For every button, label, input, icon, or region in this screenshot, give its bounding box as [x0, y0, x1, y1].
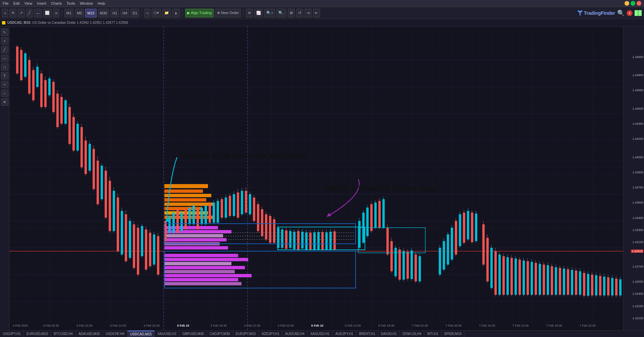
- text-tool[interactable]: T: [1, 72, 8, 79]
- menu-insert[interactable]: Insert: [37, 1, 46, 5]
- menu-help[interactable]: Help: [98, 1, 105, 5]
- line-button[interactable]: ╱: [26, 9, 33, 17]
- menu-file[interactable]: File: [3, 1, 9, 5]
- svg-text:5 Feb 22:30: 5 Feb 22:30: [244, 324, 260, 327]
- tf-m5[interactable]: M5: [75, 9, 84, 17]
- new-chart-button[interactable]: +: [2, 9, 8, 17]
- svg-text:4 Feb 22:30: 4 Feb 22:30: [144, 324, 160, 327]
- chart-buttons[interactable]: 📈: [254, 9, 263, 17]
- arrow-button[interactable]: ↗: [18, 9, 25, 17]
- tf-m15[interactable]: M15: [85, 9, 96, 17]
- svg-rect-102: [164, 258, 248, 261]
- svg-text:7 Feb 10:30: 7 Feb 10:30: [479, 324, 495, 327]
- tab-adausd-m30[interactable]: ADAUSD,M30: [76, 331, 103, 337]
- price-label: 1.44050: [632, 156, 643, 159]
- svg-text:6 Feb 02:30: 6 Feb 02:30: [278, 324, 294, 327]
- tab-nzdjpy-h1[interactable]: NZDJPY,H1: [259, 331, 282, 337]
- grid-button[interactable]: ⊞: [288, 9, 295, 17]
- tab-xauusd-h1[interactable]: XAUUSD,H1: [155, 331, 179, 337]
- price-label: 1.44800: [632, 73, 643, 77]
- crosshair-tool[interactable]: +: [1, 37, 8, 45]
- tab-audcad-h4[interactable]: AUDCAD,H4: [282, 331, 308, 337]
- tab-wti-h1[interactable]: WTI,H1: [424, 331, 441, 337]
- templates-button[interactable]: ≡: [53, 9, 59, 17]
- minimize-button[interactable]: [625, 1, 629, 6]
- menu-charts[interactable]: Charts: [51, 1, 62, 5]
- tab-dax30-h1[interactable]: DAX30,H1: [378, 331, 400, 337]
- svg-text:7 Feb 22:30: 7 Feb 22:30: [580, 324, 596, 327]
- left-toolbar: ↖ + ╱ — □ T ≈ ○ ✕: [0, 26, 9, 330]
- svg-rect-105: [164, 270, 235, 273]
- menu-view[interactable]: View: [24, 1, 33, 5]
- hline-tool[interactable]: —: [1, 55, 8, 62]
- depth-button[interactable]: ≋: [246, 9, 253, 17]
- objects-button[interactable]: ⬜: [43, 9, 52, 17]
- ellipse-tool[interactable]: ○: [1, 90, 8, 97]
- tab-xagusd-h1[interactable]: XAGUSD,H1: [308, 331, 333, 337]
- tab-usdjpy-h1[interactable]: USDJPY,H1: [0, 331, 24, 337]
- chart-type-button[interactable]: ≈: [144, 9, 150, 17]
- bottom-tabs: USDJPY,H1 EURUSD,M15 BTCUSD,H4 ADAUSD,M3…: [0, 330, 644, 337]
- tf-h1[interactable]: H1: [110, 9, 119, 17]
- separator-4: [243, 9, 244, 17]
- tab-gbpusd-m30[interactable]: GBPUSD,M30: [180, 331, 207, 337]
- price-label: 1.42400: [632, 292, 643, 295]
- svg-text:7 Feb 02:30: 7 Feb 02:30: [412, 324, 428, 327]
- tf-d1[interactable]: D1: [130, 9, 139, 17]
- tf-h4[interactable]: H4: [120, 9, 129, 17]
- price-label: 1.42700: [632, 265, 643, 268]
- notification-badge: 2: [627, 10, 633, 16]
- tab-cadjpy-m30[interactable]: CADJPY,M30: [207, 331, 233, 337]
- scroll-right-button[interactable]: ⇥: [305, 9, 312, 17]
- templates2-button[interactable]: 📁: [162, 9, 171, 17]
- rect-tool[interactable]: □: [1, 63, 8, 71]
- status-indicator: ▉▉: [635, 10, 642, 16]
- maximize-button[interactable]: [631, 1, 635, 6]
- tab-usdcad-m15[interactable]: USDCAD,M15: [127, 331, 155, 337]
- price-label: 1.42550: [632, 280, 643, 283]
- tradingfinder-logo: Ɏ TradingFinder 🔍 2 ▉▉: [578, 9, 642, 17]
- indicators-button[interactable]: ⬡▾: [152, 9, 161, 17]
- hline-button[interactable]: —: [34, 9, 42, 17]
- crosshair-button[interactable]: ✛: [9, 9, 16, 17]
- search-icon[interactable]: 🔍: [617, 9, 625, 17]
- window-controls: [625, 1, 641, 6]
- scroll-left-button[interactable]: ⇤: [313, 9, 320, 17]
- zoom-in-button[interactable]: 🔍+: [264, 9, 275, 17]
- title-bar: File Edit View Insert Charts Tools Windo…: [0, 0, 644, 7]
- svg-rect-92: [164, 207, 201, 210]
- svg-rect-108: [164, 282, 241, 285]
- close-button[interactable]: [637, 1, 641, 6]
- symbol-prices: 1.42942 1.42951 1.42877 1.42958: [77, 21, 128, 24]
- fib-tool[interactable]: ≈: [1, 81, 8, 88]
- autoscroll-button[interactable]: ⏵: [172, 9, 180, 17]
- tf-m30[interactable]: M30: [98, 9, 109, 17]
- svg-text:7 Feb 18:30: 7 Feb 18:30: [546, 324, 562, 327]
- svg-text:Failure to break the volume ra: Failure to break the volume range: [325, 184, 437, 192]
- menu-tools[interactable]: Tools: [66, 1, 75, 5]
- algo-trading-button[interactable]: ▶ Algo Trading: [185, 9, 213, 17]
- tab-eurjpy-m15[interactable]: EURJPY,M15: [233, 331, 259, 337]
- tab-dowus-h4[interactable]: DOW.US,H4: [400, 331, 424, 337]
- chart-area: ↖ + ╱ — □ T ≈ ○ ✕: [0, 26, 644, 330]
- tab-brent-h1[interactable]: BRENT,H1: [356, 331, 378, 337]
- svg-text:6 Feb 14:30: 6 Feb 14:30: [345, 324, 361, 327]
- symbol-name: USDCAD, M15:: [7, 21, 32, 24]
- cursor-tool[interactable]: ↖: [1, 29, 8, 36]
- zoom-out-button[interactable]: 🔍-: [276, 9, 286, 17]
- tab-eurusd-m15[interactable]: EURUSD,M15: [24, 331, 51, 337]
- refresh-button[interactable]: ↺: [296, 9, 303, 17]
- tab-audjpy-h1[interactable]: AUDJPY,H1: [333, 331, 357, 337]
- svg-rect-89: [164, 194, 211, 197]
- tab-usdchf-h4[interactable]: USDCHF,H4: [103, 331, 127, 337]
- menu-window[interactable]: Window: [80, 1, 93, 5]
- tab-btcusd-h4[interactable]: BTCUSD,H4: [51, 331, 76, 337]
- line-tool[interactable]: ╱: [1, 46, 8, 53]
- tab-sp500-m15[interactable]: SP500,M15: [441, 331, 465, 337]
- tf-m1[interactable]: M1: [64, 9, 73, 17]
- delete-tool[interactable]: ✕: [1, 98, 8, 106]
- main-chart[interactable]: Reaction to the maximum level range Fail…: [9, 26, 623, 330]
- menu-edit[interactable]: Edit: [13, 1, 20, 5]
- new-order-button[interactable]: ⊕ New Order: [215, 9, 241, 17]
- svg-rect-101: [164, 254, 238, 257]
